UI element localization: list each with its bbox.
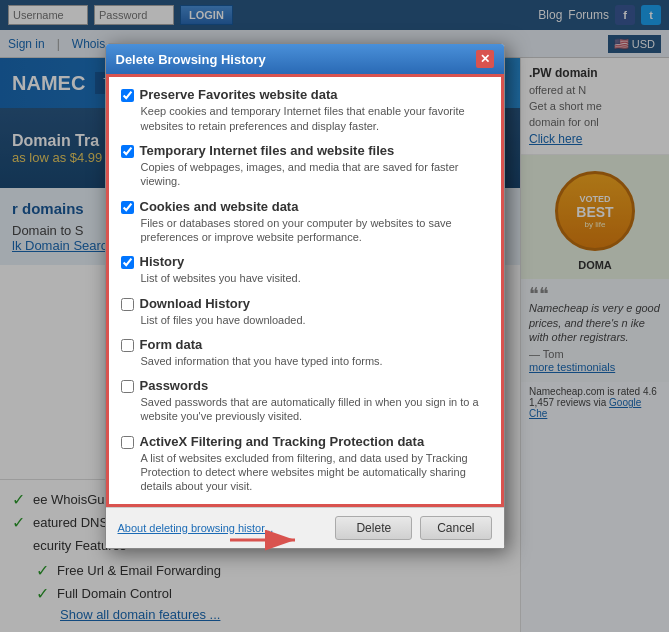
dialog-title-bar: Delete Browsing History ✕ [106,44,504,74]
footer-buttons: Delete Cancel [335,516,491,540]
checkbox-download-history-label[interactable]: Download History [140,296,251,311]
checkbox-preserve-favorites: Preserve Favorites website data Keep coo… [121,87,489,133]
dialog-close-button[interactable]: ✕ [476,50,494,68]
dialog-overlay: Delete Browsing History ✕ Preserve Favor… [0,0,669,632]
delete-button[interactable]: Delete [335,516,412,540]
checkbox-form-data-desc: Saved information that you have typed in… [141,354,489,368]
checkbox-form-data: Form data Saved information that you hav… [121,337,489,368]
checkbox-download-history-desc: List of files you have downloaded. [141,313,489,327]
checkbox-cookies-desc: Files or databases stored on your comput… [141,216,489,245]
checkbox-preserve-favorites-desc: Keep cookies and temporary Internet file… [141,104,489,133]
checkbox-history: History List of websites you have visite… [121,254,489,285]
delete-browsing-history-dialog: Delete Browsing History ✕ Preserve Favor… [105,43,505,548]
checkbox-cookies-input[interactable] [121,201,134,214]
checkbox-preserve-favorites-label[interactable]: Preserve Favorites website data [140,87,338,102]
checkbox-passwords: Passwords Saved passwords that are autom… [121,378,489,424]
checkbox-history-desc: List of websites you have visited. [141,271,489,285]
checkbox-download-history-input[interactable] [121,298,134,311]
checkbox-temp-files-label[interactable]: Temporary Internet files and website fil… [140,143,395,158]
checkbox-download-history: Download History List of files you have … [121,296,489,327]
checkbox-form-data-input[interactable] [121,339,134,352]
checkbox-passwords-label[interactable]: Passwords [140,378,209,393]
checkbox-cookies: Cookies and website data Files or databa… [121,199,489,245]
checkbox-cookies-label[interactable]: Cookies and website data [140,199,299,214]
checkbox-activex-desc: A list of websites excluded from filteri… [141,451,489,494]
checkbox-passwords-desc: Saved passwords that are automatically f… [141,395,489,424]
checkbox-temp-files-input[interactable] [121,145,134,158]
cancel-button[interactable]: Cancel [420,516,491,540]
checkbox-preserve-favorites-input[interactable] [121,89,134,102]
checkbox-form-data-label[interactable]: Form data [140,337,203,352]
checkbox-history-label[interactable]: History [140,254,185,269]
red-arrow-indicator [230,525,310,558]
checkbox-activex-input[interactable] [121,436,134,449]
checkbox-passwords-input[interactable] [121,380,134,393]
checkbox-temp-files-desc: Copies of webpages, images, and media th… [141,160,489,189]
checkbox-activex: ActiveX Filtering and Tracking Protectio… [121,434,489,494]
checkbox-activex-label[interactable]: ActiveX Filtering and Tracking Protectio… [140,434,425,449]
dialog-content: Preserve Favorites website data Keep coo… [106,74,504,506]
checkbox-history-input[interactable] [121,256,134,269]
dialog-title: Delete Browsing History [116,52,266,67]
checkbox-temp-files: Temporary Internet files and website fil… [121,143,489,189]
